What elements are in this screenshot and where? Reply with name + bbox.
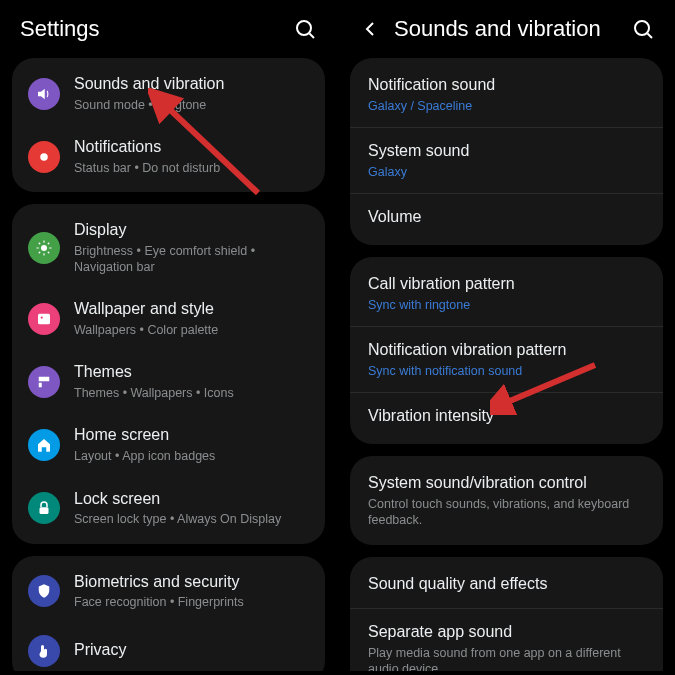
item-subtitle: Sync with notification sound bbox=[368, 363, 645, 379]
settings-header: Settings bbox=[4, 4, 333, 58]
item-subtitle: Control touch sounds, vibrations, and ke… bbox=[368, 496, 645, 529]
svg-rect-12 bbox=[38, 314, 50, 325]
display-icon bbox=[28, 232, 60, 264]
sounds-item-sound-quality-and-effects[interactable]: Sound quality and effects bbox=[350, 561, 663, 608]
settings-title: Settings bbox=[20, 16, 281, 42]
svg-line-16 bbox=[648, 34, 653, 39]
lock-icon bbox=[28, 492, 60, 524]
svg-point-3 bbox=[41, 245, 47, 251]
sounds-list[interactable]: Notification soundGalaxy / SpacelineSyst… bbox=[342, 58, 671, 671]
item-title: Wallpaper and style bbox=[74, 299, 309, 320]
settings-screen: Settings Sounds and vibrationSound mode … bbox=[0, 0, 337, 675]
search-icon[interactable] bbox=[631, 17, 655, 41]
item-subtitle: Status bar • Do not disturb bbox=[74, 160, 309, 176]
item-subtitle: Layout • App icon badges bbox=[74, 448, 309, 464]
settings-item-sounds-and-vibration[interactable]: Sounds and vibrationSound mode • Rington… bbox=[12, 62, 325, 125]
item-title: Notification vibration pattern bbox=[368, 340, 645, 361]
item-title: Volume bbox=[368, 207, 645, 228]
item-title: System sound/vibration control bbox=[368, 473, 645, 494]
item-subtitle: Galaxy / Spaceline bbox=[368, 98, 645, 114]
item-subtitle: Wallpapers • Color palette bbox=[74, 322, 309, 338]
sounds-group: Call vibration patternSync with ringtone… bbox=[350, 257, 663, 444]
item-title: Sounds and vibration bbox=[74, 74, 309, 95]
item-subtitle: Sync with ringtone bbox=[368, 297, 645, 313]
sounds-item-system-sound-vibration-control[interactable]: System sound/vibration controlControl to… bbox=[350, 460, 663, 541]
settings-group: Biometrics and securityFace recognition … bbox=[12, 556, 325, 671]
back-icon[interactable] bbox=[358, 17, 382, 41]
item-subtitle: Play media sound from one app on a diffe… bbox=[368, 645, 645, 671]
svg-point-13 bbox=[41, 316, 43, 318]
sounds-item-volume[interactable]: Volume bbox=[350, 193, 663, 241]
settings-item-privacy[interactable]: Privacy bbox=[12, 623, 325, 671]
sounds-item-notification-sound[interactable]: Notification soundGalaxy / Spaceline bbox=[350, 62, 663, 127]
settings-group: Sounds and vibrationSound mode • Rington… bbox=[12, 58, 325, 192]
settings-item-themes[interactable]: ThemesThemes • Wallpapers • Icons bbox=[12, 350, 325, 413]
svg-line-11 bbox=[39, 251, 41, 253]
item-title: Themes bbox=[74, 362, 309, 383]
notif-icon bbox=[28, 141, 60, 173]
item-subtitle: Galaxy bbox=[368, 164, 645, 180]
item-title: Call vibration pattern bbox=[368, 274, 645, 295]
sounds-group: Sound quality and effectsSeparate app so… bbox=[350, 557, 663, 671]
item-subtitle: Brightness • Eye comfort shield • Naviga… bbox=[74, 243, 309, 276]
settings-list[interactable]: Sounds and vibrationSound mode • Rington… bbox=[4, 58, 333, 671]
sounds-group: System sound/vibration controlControl to… bbox=[350, 456, 663, 545]
sounds-title: Sounds and vibration bbox=[394, 16, 619, 42]
svg-line-10 bbox=[48, 242, 50, 244]
sounds-group: Notification soundGalaxy / SpacelineSyst… bbox=[350, 58, 663, 245]
home-icon bbox=[28, 429, 60, 461]
svg-line-9 bbox=[48, 251, 50, 253]
item-subtitle: Face recognition • Fingerprints bbox=[74, 594, 309, 610]
item-title: Biometrics and security bbox=[74, 572, 309, 593]
wallpaper-icon bbox=[28, 303, 60, 335]
search-icon[interactable] bbox=[293, 17, 317, 41]
shield-icon bbox=[28, 575, 60, 607]
item-subtitle: Screen lock type • Always On Display bbox=[74, 511, 309, 527]
sounds-vibration-screen: Sounds and vibration Notification soundG… bbox=[338, 0, 675, 675]
sounds-item-separate-app-sound[interactable]: Separate app soundPlay media sound from … bbox=[350, 608, 663, 671]
svg-point-2 bbox=[40, 153, 48, 161]
item-title: Notification sound bbox=[368, 75, 645, 96]
sounds-header: Sounds and vibration bbox=[342, 4, 671, 58]
settings-item-biometrics-and-security[interactable]: Biometrics and securityFace recognition … bbox=[12, 560, 325, 623]
item-title: Notifications bbox=[74, 137, 309, 158]
item-title: Separate app sound bbox=[368, 622, 645, 643]
privacy-icon bbox=[28, 635, 60, 667]
item-title: Vibration intensity bbox=[368, 406, 645, 427]
item-subtitle: Themes • Wallpapers • Icons bbox=[74, 385, 309, 401]
item-title: System sound bbox=[368, 141, 645, 162]
svg-point-0 bbox=[297, 21, 311, 35]
sounds-item-vibration-intensity[interactable]: Vibration intensity bbox=[350, 392, 663, 440]
item-title: Home screen bbox=[74, 425, 309, 446]
item-subtitle: Sound mode • Ringtone bbox=[74, 97, 309, 113]
svg-point-15 bbox=[635, 21, 649, 35]
item-title: Privacy bbox=[74, 640, 309, 661]
settings-group: DisplayBrightness • Eye comfort shield •… bbox=[12, 204, 325, 543]
sounds-item-system-sound[interactable]: System soundGalaxy bbox=[350, 127, 663, 193]
sounds-item-notification-vibration-pattern[interactable]: Notification vibration patternSync with … bbox=[350, 326, 663, 392]
settings-item-display[interactable]: DisplayBrightness • Eye comfort shield •… bbox=[12, 208, 325, 287]
svg-line-1 bbox=[310, 34, 315, 39]
settings-item-lock-screen[interactable]: Lock screenScreen lock type • Always On … bbox=[12, 477, 325, 540]
item-title: Display bbox=[74, 220, 309, 241]
item-title: Sound quality and effects bbox=[368, 574, 645, 595]
item-title: Lock screen bbox=[74, 489, 309, 510]
themes-icon bbox=[28, 366, 60, 398]
svg-rect-14 bbox=[40, 507, 49, 514]
settings-item-notifications[interactable]: NotificationsStatus bar • Do not disturb bbox=[12, 125, 325, 188]
svg-line-8 bbox=[39, 242, 41, 244]
settings-item-home-screen[interactable]: Home screenLayout • App icon badges bbox=[12, 413, 325, 476]
sounds-item-call-vibration-pattern[interactable]: Call vibration patternSync with ringtone bbox=[350, 261, 663, 326]
settings-item-wallpaper-and-style[interactable]: Wallpaper and styleWallpapers • Color pa… bbox=[12, 287, 325, 350]
sound-icon bbox=[28, 78, 60, 110]
